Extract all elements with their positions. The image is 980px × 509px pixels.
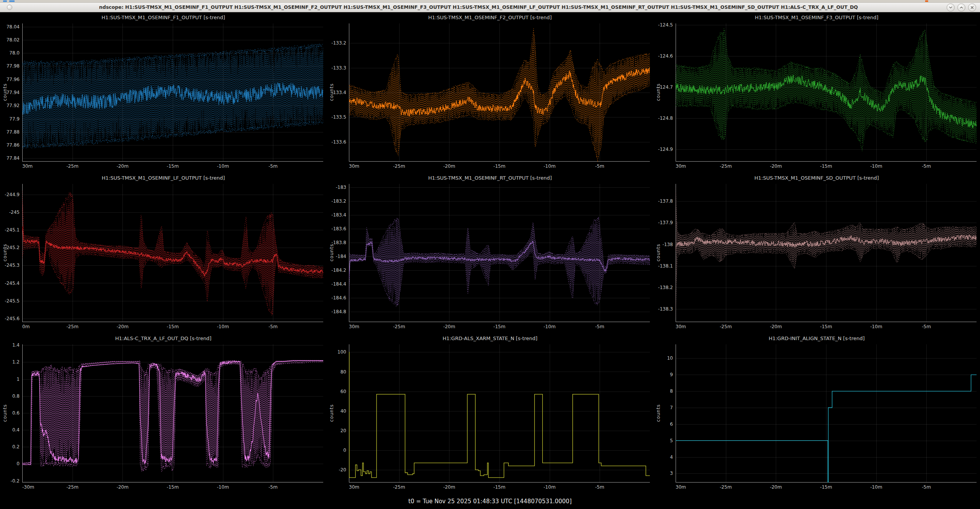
plot-canvas-f3[interactable] — [676, 23, 977, 162]
x-tick-label: -25m — [393, 164, 405, 169]
y-tick-label: 0.8 — [12, 393, 20, 399]
y-tick-label: 77.84 — [7, 155, 20, 161]
x-tick-label: -15m — [493, 324, 505, 329]
y-tick-label: 1.2 — [12, 359, 20, 365]
y-tick-label: -133.2 — [331, 40, 346, 46]
x-tick-label: -20m — [770, 484, 782, 490]
x-tick-label: -5m — [268, 164, 278, 169]
x-tick-label: -5m — [922, 324, 931, 329]
y-tick-label: -183.4 — [331, 212, 346, 218]
plot-area-init-align-state[interactable]: 10987654330m-25m-20m-15m-10m-5m — [676, 344, 977, 483]
plot-area-f3[interactable]: -124.5-124.6-124.7-124.8-124.930m-25m-20… — [676, 23, 977, 162]
plot-canvas-sd[interactable] — [676, 184, 977, 322]
plot-canvas-f1[interactable] — [22, 23, 323, 162]
y-tick-label: -245.4 — [5, 281, 20, 286]
plot-title-trx: H1:ALS-C_TRX_A_LF_OUT_DQ [s-trend] — [0, 335, 327, 341]
y-axis-label-init-align-state: counts — [656, 404, 661, 422]
plot-cell-f2: H1:SUS-TMSX_M1_OSEMINF_F2_OUTPUT [s-tren… — [327, 12, 653, 172]
y-tick-label: -133.5 — [331, 114, 346, 120]
x-tick-label: -20m — [770, 324, 782, 329]
y-tick-label: -184.6 — [331, 295, 346, 301]
x-tick-label: -20m — [117, 484, 129, 490]
y-tick-label: -245.2 — [5, 245, 20, 250]
y-tick-label: 77.98 — [7, 63, 20, 69]
y-tick-label: -184.2 — [331, 268, 346, 273]
y-tick-label: -133.4 — [331, 90, 346, 95]
t0-label: t0 = Tue Nov 25 2025 01:48:33 UTC [14480… — [0, 493, 980, 509]
x-tick-label: 30m — [676, 324, 686, 329]
x-tick-label: -5m — [922, 164, 931, 169]
plot-canvas-rt[interactable] — [349, 184, 650, 322]
plot-area-f2[interactable]: -133.2-133.3-133.4-133.5-133.630m-25m-20… — [349, 23, 650, 162]
y-tick-label: 77.88 — [7, 129, 20, 135]
y-tick-label: -133.3 — [331, 65, 346, 71]
plot-title-init-align-state: H1:GRD-INIT_ALIGN_STATE_N [s-trend] — [653, 335, 980, 341]
x-tick-label: -15m — [820, 324, 832, 329]
plot-area-xarm-state[interactable]: 100806040200-2030m-25m-20m-15m-10m-5m — [349, 344, 650, 483]
window-title: ndscope: H1:SUS-TMSX_M1_OSEMINF_F1_OUTPU… — [23, 3, 934, 12]
x-tick-label: -20m — [443, 484, 455, 490]
x-tick-label: -20m — [117, 324, 129, 329]
y-tick-label: 7 — [670, 405, 673, 410]
x-tick-label: 30m — [676, 484, 686, 490]
background-window-mark — [9, 0, 15, 2]
plot-area-trx[interactable]: 1.41.210.80.60.40.20-0.2-30m-25m-20m-15m… — [22, 344, 323, 483]
shade-button[interactable] — [947, 3, 955, 12]
y-tick-label: -183.2 — [331, 198, 346, 204]
plot-cell-f1: H1:SUS-TMSX_M1_OSEMINF_F1_OUTPUT [s-tren… — [0, 12, 327, 172]
x-tick-label: -25m — [393, 484, 405, 490]
y-tick-label: 0.2 — [12, 444, 20, 450]
x-tick-label: -15m — [167, 324, 178, 329]
y-axis-label-sd: counts — [656, 244, 661, 261]
y-tick-label: -137.8 — [658, 198, 673, 204]
window-menu-icon[interactable] — [7, 5, 12, 10]
y-tick-label: -0.2 — [11, 478, 20, 484]
y-tick-label: 0.4 — [12, 427, 20, 433]
plot-canvas-xarm-state[interactable] — [349, 344, 650, 483]
x-tick-label: -15m — [820, 484, 832, 490]
plot-canvas-f2[interactable] — [349, 23, 650, 162]
y-tick-label: 77.92 — [7, 103, 20, 108]
x-tick-label: -20m — [443, 324, 455, 329]
y-tick-label: -20 — [339, 467, 346, 473]
x-tick-label: 30m — [349, 164, 359, 169]
y-tick-label: 5 — [670, 438, 673, 443]
plot-area-f1[interactable]: 78.0478.0278.077.9877.9677.9477.9277.977… — [22, 23, 323, 162]
y-axis-label-xarm-state: counts — [329, 404, 334, 422]
plot-canvas-trx[interactable] — [22, 344, 323, 483]
plot-area-sd[interactable]: -137.8-137.9-138-138.1-138.2-138.330m-25… — [676, 184, 977, 322]
y-tick-label: -124.5 — [658, 22, 673, 28]
plot-canvas-init-align-state[interactable] — [676, 344, 977, 483]
plot-title-f1: H1:SUS-TMSX_M1_OSEMINF_F1_OUTPUT [s-tren… — [0, 15, 327, 20]
y-tick-label: -184.4 — [331, 281, 346, 287]
window-titlebar[interactable]: ndscope: H1:SUS-TMSX_M1_OSEMINF_F1_OUTPU… — [0, 3, 980, 12]
ndscope-window: ndscope: H1:SUS-TMSX_M1_OSEMINF_F1_OUTPU… — [0, 0, 980, 509]
plot-grid: H1:SUS-TMSX_M1_OSEMINF_F1_OUTPUT [s-tren… — [0, 12, 980, 493]
x-tick-label: -15m — [493, 164, 505, 169]
x-tick-label: -10m — [217, 484, 229, 490]
x-tick-label: -10m — [217, 164, 229, 169]
y-tick-label: 40 — [340, 408, 346, 414]
plot-area-rt[interactable]: -183-183.2-183.4-183.6-183.8-184-184.2-1… — [349, 184, 650, 322]
x-tick-label: -10m — [217, 324, 229, 329]
x-tick-label: 30m — [349, 324, 359, 329]
x-tick-label: 30m — [676, 164, 686, 169]
y-tick-label: 77.9 — [9, 116, 20, 122]
x-tick-label: -10m — [544, 164, 555, 169]
y-tick-label: -183.8 — [331, 240, 346, 245]
plot-title-f2: H1:SUS-TMSX_M1_OSEMINF_F2_OUTPUT [s-tren… — [327, 15, 653, 20]
maximize-button[interactable] — [957, 3, 965, 12]
y-tick-label: 0 — [343, 448, 346, 453]
chevron-down-icon — [949, 5, 953, 10]
y-tick-label: -138 — [663, 242, 673, 247]
close-button[interactable] — [968, 3, 976, 12]
y-tick-label: -124.7 — [658, 84, 673, 90]
y-tick-label: -245.1 — [5, 227, 20, 233]
x-tick-label: -10m — [870, 324, 882, 329]
plot-canvas-lf[interactable] — [22, 184, 323, 322]
y-tick-label: -245.3 — [5, 263, 20, 268]
x-tick-label: -15m — [820, 164, 832, 169]
x-tick-label: -25m — [66, 484, 78, 490]
plot-area-lf[interactable]: -244.9-245-245.1-245.2-245.3-245.4-245.5… — [22, 184, 323, 322]
x-tick-label: 30m — [349, 484, 359, 490]
